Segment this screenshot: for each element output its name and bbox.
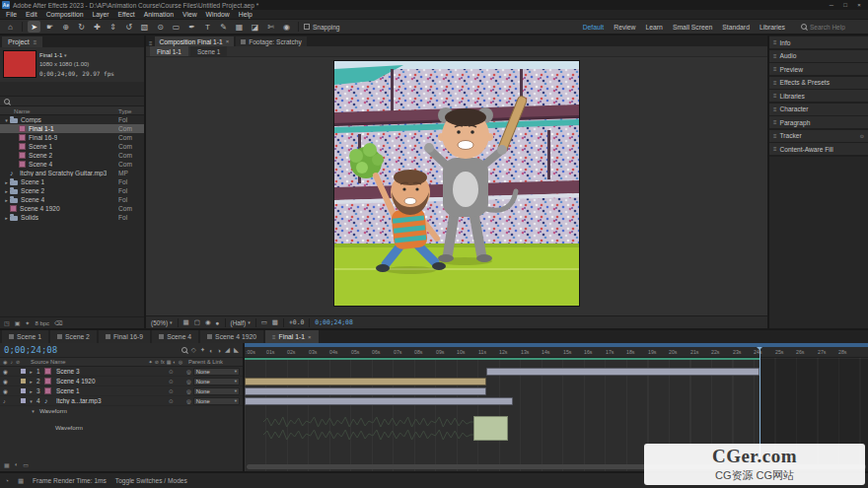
zoom-tool-icon[interactable]: ⊕: [59, 21, 72, 33]
exposure-value[interactable]: +0.0: [289, 318, 304, 326]
expander-icon[interactable]: ▸: [28, 388, 35, 394]
panel-effects-presets[interactable]: ≡ Effects & Presets: [769, 77, 868, 89]
delete-icon[interactable]: ⌫: [54, 319, 62, 326]
expander-icon[interactable]: ▸: [3, 215, 10, 221]
help-search-input[interactable]: [810, 24, 861, 31]
panel-paragraph[interactable]: ≡ Paragraph: [769, 116, 868, 128]
waveform-group-row[interactable]: ▾ Waveform: [0, 406, 243, 415]
clone-stamp-tool-icon[interactable]: ▦: [233, 21, 246, 33]
project-search-input[interactable]: [13, 98, 140, 105]
audio-icon[interactable]: ♪: [10, 359, 13, 365]
expander-icon[interactable]: ▸: [28, 379, 35, 384]
panel-menu-icon[interactable]: ≡: [34, 39, 37, 45]
shy-icon[interactable]: ✦: [149, 359, 153, 365]
project-item-comps[interactable]: ▾ Comps Fol: [0, 115, 144, 124]
layer-bar-scene-4-1920[interactable]: [245, 378, 486, 385]
layer-name[interactable]: Scene 3: [56, 368, 167, 375]
selection-tool-icon[interactable]: ➤: [28, 21, 40, 33]
graph-editor-icon[interactable]: ◣: [234, 346, 239, 354]
grid-icon[interactable]: ▦: [18, 477, 24, 485]
panel-menu-icon[interactable]: ≡: [272, 334, 276, 340]
current-timecode[interactable]: 0;00;24;08: [4, 345, 57, 355]
expander-icon[interactable]: ▸: [3, 188, 10, 194]
audio-icon[interactable]: ♪: [3, 398, 6, 404]
layer-name[interactable]: Scene 4 1920: [56, 378, 167, 384]
menu-window[interactable]: Window: [206, 11, 230, 18]
workspace-standard[interactable]: Standard: [722, 24, 750, 31]
rotation-tool-icon[interactable]: ↺: [122, 21, 135, 33]
home-icon[interactable]: ⌂: [4, 21, 17, 33]
layer-row-scene-1[interactable]: ◉ ▸ 3 Scene 1 ⊙ ◎ None ▾: [0, 386, 243, 396]
puppet-pin-tool-icon[interactable]: ◉: [280, 21, 293, 33]
project-column-headers[interactable]: Name Type: [0, 106, 144, 115]
transparency-grid-icon[interactable]: ▩: [272, 318, 278, 326]
interpret-footage-icon[interactable]: ◳: [4, 319, 10, 326]
close-icon[interactable]: ×: [308, 334, 312, 340]
panel-content-aware-fill[interactable]: ≡ Content-Aware Fill: [769, 143, 868, 155]
label-color-chip[interactable]: [21, 379, 26, 383]
eye-icon[interactable]: ◉: [3, 359, 7, 365]
tab-footage-scratchy[interactable]: Footage: Scratchy: [236, 36, 307, 46]
layer-bar-scene-1[interactable]: [245, 387, 486, 395]
time-ruler[interactable]: :00s 01s 02s 03s 04s 05s 06s 07s 08s 09s…: [245, 347, 868, 358]
menu-layer[interactable]: Layer: [92, 11, 108, 18]
fx-label[interactable]: fx: [161, 359, 165, 365]
project-item-scene-4-1920[interactable]: Scene 4 1920 Com: [0, 204, 144, 213]
expander-icon[interactable]: ▾: [28, 398, 35, 404]
expander-icon[interactable]: ▸: [28, 369, 35, 375]
mini-flowchart-icon[interactable]: ◇: [191, 346, 196, 354]
project-item-scene-1-comp[interactable]: Scene 1 Com: [0, 142, 144, 151]
menu-composition[interactable]: Composition: [46, 11, 84, 18]
parent-select[interactable]: None ▾: [193, 368, 240, 376]
pan-behind-tool-icon[interactable]: ⊙: [154, 21, 167, 33]
switch-icon[interactable]: ⊙: [169, 398, 174, 404]
project-item-scene-1-folder[interactable]: ▸ Scene 1 Fol: [0, 177, 144, 186]
layer-bar-audio[interactable]: [245, 397, 513, 405]
timeline-tab-scene-1[interactable]: Scene 1: [2, 330, 48, 343]
pan-camera-tool-icon[interactable]: ✚: [91, 21, 104, 33]
snapping-control[interactable]: Snapping: [304, 24, 339, 31]
panel-options-icon[interactable]: ⊙: [860, 133, 864, 139]
expander-icon[interactable]: ▸: [3, 179, 10, 185]
collapse-transformations-icon[interactable]: ⊘: [155, 359, 159, 365]
column-name[interactable]: Name: [14, 107, 31, 114]
workspace-default[interactable]: Default: [583, 24, 605, 31]
new-composition-icon[interactable]: ✦: [25, 319, 30, 326]
snapping-checkbox[interactable]: [304, 24, 310, 30]
motion-blur-icon[interactable]: ◎: [179, 359, 182, 365]
layer-switches[interactable]: ⊙: [169, 398, 184, 404]
column-source-name[interactable]: Source Name: [31, 359, 65, 365]
menu-file[interactable]: File: [6, 11, 17, 18]
chevron-down-icon[interactable]: ▾: [64, 52, 67, 58]
info-icon[interactable]: ◔: [5, 477, 9, 484]
menu-effect[interactable]: Effect: [117, 11, 134, 18]
switch-icon[interactable]: ⊙: [169, 369, 174, 375]
draft-3d-icon[interactable]: ✦: [200, 346, 205, 354]
maximize-button[interactable]: □: [838, 0, 852, 10]
layer-row-scene-3[interactable]: ◉ ▸ 1 Scene 3 ⊙ ◎ None ▾: [0, 367, 243, 377]
pickwhip-icon[interactable]: ◎: [186, 398, 191, 404]
eraser-tool-icon[interactable]: ◪: [249, 21, 261, 33]
expander-icon[interactable]: ▾: [3, 117, 10, 123]
expand-layer-switches-icon[interactable]: ▦: [4, 461, 10, 468]
expander-icon[interactable]: ▾: [30, 408, 36, 414]
quality-icon[interactable]: ▦: [167, 359, 172, 365]
switch-icon[interactable]: ⊙: [169, 379, 174, 384]
layer-bar-scene-3[interactable]: [486, 368, 760, 376]
layer-switches[interactable]: ⊙: [169, 388, 184, 394]
toggle-switches-modes-button[interactable]: Toggle Switches / Modes: [115, 477, 187, 484]
pickwhip-icon[interactable]: ◎: [186, 369, 191, 375]
resolution-select[interactable]: (Half) ▾: [231, 319, 251, 326]
roto-brush-tool-icon[interactable]: ✄: [264, 21, 277, 33]
menu-edit[interactable]: Edit: [26, 11, 37, 18]
minimize-button[interactable]: ─: [825, 0, 838, 10]
menu-animation[interactable]: Animation: [144, 11, 174, 18]
project-item-audio[interactable]: ♪ Itchy and Scratchy Guitar.mp3 MP: [0, 169, 144, 177]
hide-shy-icon[interactable]: ◐: [209, 347, 213, 354]
panel-tracker[interactable]: ≡ Tracker ⊙: [769, 130, 868, 142]
tab-project[interactable]: Project ≡: [2, 36, 42, 47]
layer-switches[interactable]: ⊙: [169, 379, 184, 384]
timeline-tab-scene-4-1920[interactable]: Scene 4 1920: [200, 330, 263, 343]
lock-icon[interactable]: ⊘: [16, 359, 20, 365]
panel-libraries[interactable]: ≡ Libraries: [769, 90, 868, 102]
